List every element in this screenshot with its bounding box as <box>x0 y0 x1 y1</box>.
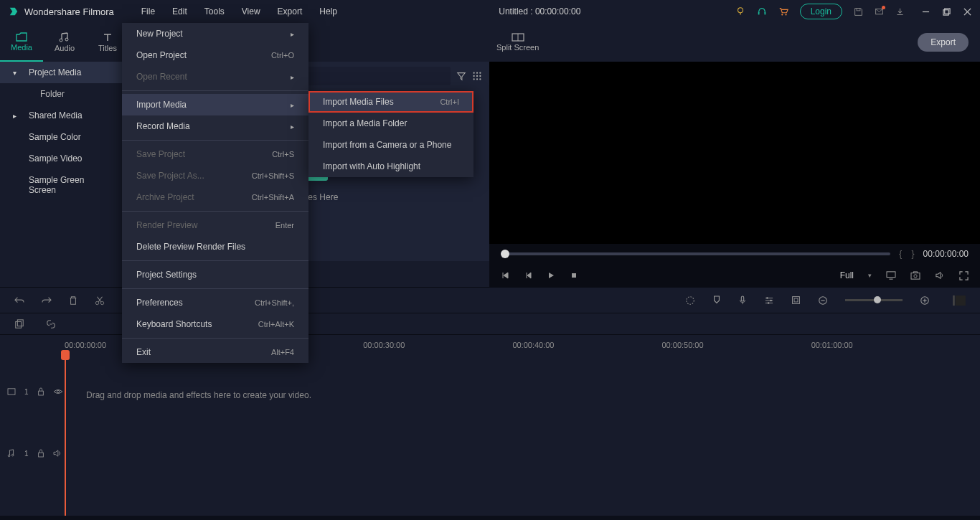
download-icon[interactable] <box>895 7 905 16</box>
menu-file[interactable]: File <box>134 4 162 19</box>
prev-frame-icon[interactable] <box>501 271 509 280</box>
copy-track-icon[interactable] <box>14 319 24 329</box>
menu-view[interactable]: View <box>235 4 268 19</box>
preview-video[interactable] <box>489 62 980 244</box>
ruler-tick: 00:00:30:00 <box>363 341 405 349</box>
menu-delete-render-files[interactable]: Delete Preview Render Files <box>122 236 308 257</box>
fullscreen-icon[interactable] <box>959 271 969 280</box>
save-icon[interactable] <box>854 7 863 16</box>
menu-import-camera[interactable]: Import from a Camera or a Phone <box>308 134 473 156</box>
zoom-handle[interactable] <box>874 296 881 303</box>
markers-label: { } <box>899 249 914 259</box>
sidebar-item-sample-color[interactable]: Sample Color <box>0 126 122 148</box>
ruler-tick: 00:00:40:00 <box>512 341 554 349</box>
tab-media[interactable]: Media <box>0 23 43 62</box>
sidebar-item-shared-media[interactable]: ▸ Shared Media <box>0 105 122 126</box>
ruler-tick: 00:00:00:00 <box>65 341 106 349</box>
layout-icon[interactable] <box>953 295 966 306</box>
titlebar: Wondershare Filmora File Edit Tools View… <box>0 0 980 23</box>
close-icon[interactable] <box>963 8 971 16</box>
menu-tools[interactable]: Tools <box>197 4 232 19</box>
timeline-drop-hint: Drag and drop media and effects here to … <box>65 369 980 400</box>
minimize-icon[interactable] <box>922 8 930 16</box>
tab-audio[interactable]: Audio <box>43 23 86 62</box>
sidebar-item-project-media[interactable]: ▾ Project Media <box>0 62 122 83</box>
menu-open-recent: Open Recent ▸ <box>122 66 308 88</box>
chevron-down-icon[interactable]: ▾ <box>868 272 872 279</box>
undo-icon[interactable] <box>14 296 24 305</box>
svg-point-0 <box>738 8 743 13</box>
menu-import-media[interactable]: Import Media ▸ Import Media Files Ctrl+I… <box>122 94 308 115</box>
playhead[interactable] <box>65 354 66 516</box>
timeline-tracks[interactable]: 1 Drag and drop media and effects here t… <box>0 354 980 516</box>
svg-point-18 <box>476 72 478 73</box>
menu-preferences[interactable]: Preferences Ctrl+Shift+, <box>122 292 308 313</box>
cart-icon[interactable] <box>778 6 788 16</box>
filter-icon[interactable] <box>456 71 466 81</box>
message-icon[interactable] <box>875 7 884 16</box>
link-icon[interactable] <box>46 319 56 329</box>
mute-icon[interactable] <box>53 450 62 457</box>
step-back-icon[interactable] <box>524 271 532 280</box>
voiceover-icon[interactable] <box>738 296 747 306</box>
scrub-handle[interactable] <box>501 250 509 258</box>
svg-point-20 <box>473 75 474 77</box>
svg-point-30 <box>914 275 917 278</box>
audio-mixer-icon[interactable] <box>764 296 774 305</box>
sidebar-item-sample-video[interactable]: Sample Video <box>0 148 122 169</box>
marker-icon[interactable] <box>712 296 721 306</box>
svg-rect-49 <box>953 295 955 305</box>
menu-exit[interactable]: Exit Alt+F4 <box>122 341 308 363</box>
menu-project-settings[interactable]: Project Settings <box>122 264 308 285</box>
audio-track-number: 1 <box>24 450 29 458</box>
menu-import-auto-highlight[interactable]: Import with Auto Highlight <box>308 156 473 177</box>
menu-import-media-folder[interactable]: Import a Media Folder <box>308 113 473 134</box>
export-button[interactable]: Export <box>918 33 969 52</box>
headphones-icon[interactable] <box>757 6 767 16</box>
stop-icon[interactable] <box>570 271 578 280</box>
zoom-in-icon[interactable] <box>920 296 930 306</box>
svg-point-5 <box>785 14 786 15</box>
lightbulb-icon[interactable] <box>735 6 745 16</box>
svg-rect-10 <box>945 8 950 13</box>
visibility-icon[interactable] <box>53 388 63 395</box>
play-icon[interactable] <box>547 271 555 280</box>
preview-time: 00:00:00:00 <box>923 249 969 259</box>
menu-edit[interactable]: Edit <box>165 4 194 19</box>
delete-icon[interactable] <box>69 296 77 306</box>
render-icon[interactable] <box>685 296 695 306</box>
svg-point-4 <box>781 14 783 15</box>
maximize-icon[interactable] <box>943 8 951 16</box>
menu-import-media-files[interactable]: Import Media Files Ctrl+I <box>308 91 473 113</box>
menu-record-media[interactable]: Record Media ▸ <box>122 115 308 137</box>
sidebar-item-folder[interactable]: Folder <box>0 83 122 105</box>
redo-icon[interactable] <box>42 296 52 305</box>
menu-keyboard-shortcuts[interactable]: Keyboard Shortcuts Ctrl+Alt+K <box>122 313 308 335</box>
tab-split-screen[interactable]: Split Screen <box>482 23 554 62</box>
sidebar-item-sample-green[interactable]: Sample Green Screen <box>0 169 122 201</box>
preview-scrubber[interactable] <box>501 252 890 255</box>
monitor-icon[interactable] <box>886 271 896 280</box>
zoom-slider[interactable] <box>845 299 903 301</box>
menu-export[interactable]: Export <box>270 4 310 19</box>
svg-point-25 <box>479 78 481 80</box>
menu-help[interactable]: Help <box>312 4 344 19</box>
svg-point-40 <box>770 299 772 301</box>
svg-rect-26 <box>572 273 576 278</box>
snapshot-icon[interactable] <box>910 271 920 280</box>
grid-view-icon[interactable] <box>472 71 482 81</box>
crop-icon[interactable] <box>791 296 801 305</box>
login-button[interactable]: Login <box>800 4 842 19</box>
lock-icon[interactable] <box>37 387 44 396</box>
menu-new-project[interactable]: New Project ▸ <box>122 23 308 44</box>
menu-open-project[interactable]: Open Project Ctrl+O <box>122 44 308 66</box>
chevron-right-icon: ▸ <box>291 30 294 38</box>
svg-point-21 <box>476 75 478 77</box>
split-icon[interactable] <box>95 296 105 306</box>
preview-quality[interactable]: Full <box>840 270 854 280</box>
svg-rect-6 <box>857 8 860 10</box>
volume-icon[interactable] <box>935 271 945 280</box>
zoom-out-icon[interactable] <box>818 296 828 306</box>
lock-icon[interactable] <box>37 449 44 458</box>
app-logo-icon <box>9 6 19 16</box>
